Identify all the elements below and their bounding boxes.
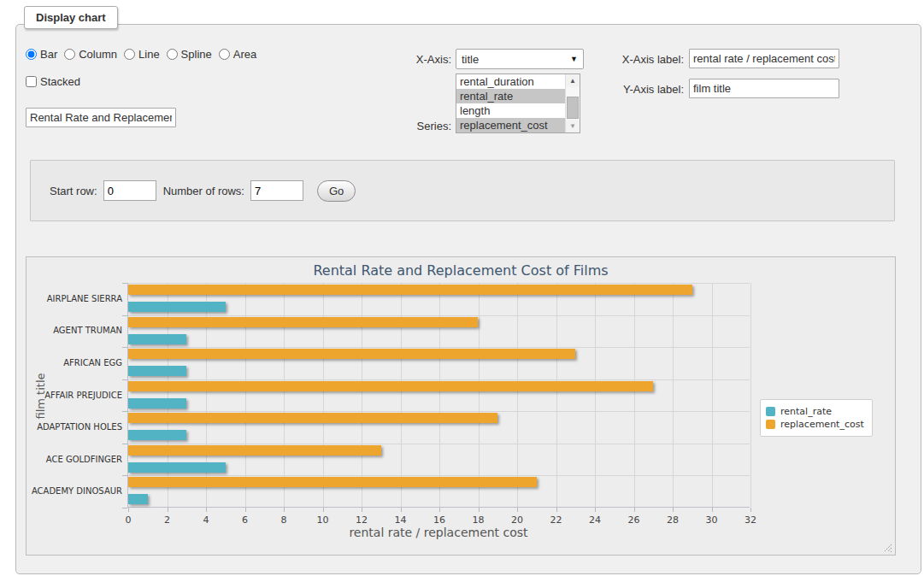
x-axis-tick: [517, 508, 518, 512]
bar-replacement_cost[interactable]: [128, 381, 653, 391]
listbox-scrollbar[interactable]: ▲ ▼: [565, 74, 580, 132]
x-tick-label: 0: [115, 514, 141, 526]
x-tick-label: 2: [155, 514, 180, 526]
category-label: AIRPLANE SIERRA: [28, 295, 122, 303]
x-axis-tick: [595, 508, 596, 512]
scroll-up-icon[interactable]: ▲: [566, 74, 580, 87]
series-listbox[interactable]: rental_durationrental_ratelengthreplacem…: [456, 73, 580, 133]
bar-rental_rate[interactable]: [128, 302, 226, 312]
chart-title: Rental Rate and Replacement Cost of Film…: [26, 262, 895, 279]
chart-type-label: Area: [233, 48, 256, 61]
bar-rental_rate[interactable]: [128, 430, 186, 440]
vertical-gridline: [479, 283, 480, 507]
chart-title-input[interactable]: [26, 108, 176, 127]
legend-swatch-icon: [766, 407, 775, 416]
chart-type-option-line: Line: [124, 48, 160, 61]
series-option-rental_rate[interactable]: rental_rate: [456, 89, 565, 103]
y-axis-tick: [122, 508, 127, 509]
chevron-down-icon: ▼: [570, 55, 578, 63]
x-axis-tick: [284, 508, 285, 512]
vertical-gridline: [750, 283, 751, 507]
category-label: AFFAIR PREJUDICE: [28, 391, 122, 400]
bar-replacement_cost[interactable]: [128, 317, 478, 327]
bar-replacement_cost[interactable]: [128, 285, 692, 295]
stacked-checkbox-label: Stacked: [26, 75, 80, 88]
category-label: ACADEMY DINOSAUR: [28, 487, 122, 496]
x-tick-label: 14: [388, 514, 414, 526]
y-axis-label-input[interactable]: [689, 79, 839, 98]
x-axis-tick: [479, 508, 480, 512]
horizontal-gridline: [128, 315, 750, 316]
bar-rental_rate[interactable]: [128, 334, 186, 344]
stacked-checkbox[interactable]: [26, 76, 37, 87]
category-label: ACE GOLDFINGER: [28, 456, 122, 464]
bar-replacement_cost[interactable]: [128, 349, 575, 359]
num-rows-label: Number of rows:: [163, 185, 244, 197]
category-label: ADAPTATION HOLES: [28, 423, 122, 432]
chart-type-label: Line: [138, 48, 160, 61]
x-tick-label: 18: [466, 514, 491, 526]
y-axis-tick: [122, 411, 127, 412]
chart-type-radio-column[interactable]: [64, 49, 75, 60]
series-option-rental_duration[interactable]: rental_duration: [456, 74, 565, 89]
x-axis-select[interactable]: title ▼: [456, 49, 584, 69]
series-option-replacement_cost[interactable]: replacement_cost: [456, 118, 565, 132]
start-row-input[interactable]: [103, 180, 156, 201]
vertical-gridline: [556, 283, 557, 507]
chart-type-radio-area[interactable]: [219, 49, 230, 60]
bar-replacement_cost[interactable]: [128, 477, 537, 487]
x-tick-label: 24: [582, 514, 608, 526]
bar-rental_rate[interactable]: [128, 366, 186, 376]
vertical-gridline: [634, 283, 635, 507]
x-tick-label: 26: [621, 514, 647, 526]
x-tick-label: 6: [232, 514, 258, 526]
x-axis-tick: [634, 508, 635, 512]
x-axis-tick: [673, 508, 674, 512]
chart-container: Rental Rate and Replacement Cost of Film…: [26, 256, 896, 556]
legend-item-rental_rate[interactable]: rental_rate: [766, 406, 864, 417]
x-axis-caption: X-Axis:: [385, 53, 451, 66]
go-button[interactable]: Go: [317, 180, 356, 202]
chart-type-option-spline: Spline: [167, 48, 212, 61]
vertical-gridline: [517, 283, 518, 507]
x-axis-label-input[interactable]: [689, 49, 839, 68]
stacked-row: Stacked: [26, 75, 80, 90]
x-axis-tick: [750, 508, 751, 512]
x-tick-label: 8: [271, 514, 297, 526]
page: Display chart BarColumnLineSplineArea St…: [0, 0, 924, 582]
chart-type-radio-spline[interactable]: [167, 49, 178, 60]
chart-type-label: Column: [79, 48, 117, 61]
scrollbar-thumb[interactable]: [567, 97, 579, 119]
fieldset-legend: Display chart: [24, 6, 118, 29]
legend-swatch-icon: [766, 420, 775, 429]
bar-rental_rate[interactable]: [128, 398, 186, 409]
chart-type-radio-line[interactable]: [124, 49, 135, 60]
x-axis-tick: [712, 508, 713, 512]
vertical-gridline: [673, 283, 674, 507]
x-axis-tick: [362, 508, 362, 512]
bar-rental_rate[interactable]: [128, 494, 148, 504]
y-axis-tick: [122, 444, 127, 444]
chart-type-radio-bar[interactable]: [26, 49, 37, 60]
chart-type-option-area: Area: [219, 48, 256, 61]
x-tick-label: 20: [504, 514, 530, 526]
x-tick-label: 4: [193, 514, 219, 526]
num-rows-input[interactable]: [250, 180, 303, 201]
series-option-length[interactable]: length: [456, 103, 565, 118]
bar-replacement_cost[interactable]: [128, 445, 381, 456]
horizontal-gridline: [128, 411, 750, 412]
plot-area: 02468101214161820222426283032AIRPLANE SI…: [127, 283, 750, 508]
bar-replacement_cost[interactable]: [128, 413, 497, 423]
series-options: rental_durationrental_ratelengthreplacem…: [456, 74, 565, 132]
bar-rental_rate[interactable]: [128, 462, 226, 473]
chart-type-label: Spline: [181, 48, 212, 61]
resize-handle-icon[interactable]: [883, 543, 893, 553]
x-tick-label: 22: [544, 514, 569, 526]
x-axis-tick: [206, 508, 207, 512]
scroll-down-icon[interactable]: ▼: [566, 120, 580, 132]
legend-item-replacement_cost[interactable]: replacement_cost: [766, 419, 864, 430]
chart-type-option-bar: Bar: [26, 48, 57, 61]
horizontal-gridline: [128, 347, 750, 348]
chart-type-option-column: Column: [64, 48, 117, 61]
x-axis-tick: [128, 508, 129, 512]
